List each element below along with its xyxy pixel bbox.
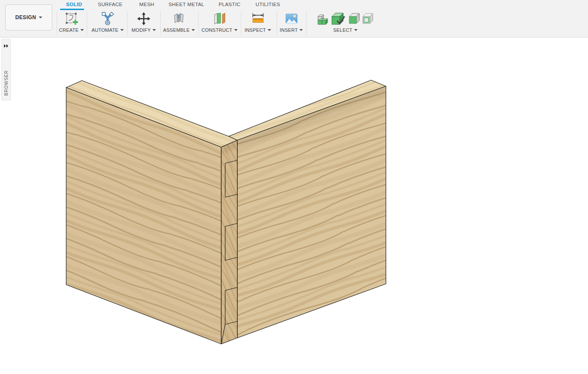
caret-down-icon (300, 29, 303, 31)
insert-dropdown[interactable]: INSERT (280, 27, 303, 33)
select-dropdown[interactable]: SELECT (333, 27, 358, 33)
tab-mesh[interactable]: MESH (139, 2, 154, 7)
caret-down-icon (191, 29, 195, 31)
select-body-icon[interactable] (362, 12, 375, 26)
wood-board-right[interactable] (229, 80, 386, 338)
construct-dropdown[interactable]: CONSTRUCT (202, 27, 238, 33)
divider (160, 11, 161, 35)
select-volume-icon[interactable] (316, 12, 330, 26)
divider (57, 11, 57, 35)
divider (306, 11, 307, 35)
viewport-canvas[interactable] (0, 37, 588, 374)
design-menu-button[interactable]: DESIGN (5, 4, 52, 30)
automate-dropdown[interactable]: AUTOMATE (91, 27, 124, 33)
select-face-icon[interactable] (348, 12, 362, 26)
construction-planes-icon (212, 11, 227, 26)
browser-label: BROWSER (2, 70, 10, 96)
toolbar-group-insert[interactable]: INSERT (280, 10, 303, 33)
sketch-create-icon (64, 11, 79, 26)
modify-dropdown[interactable]: MODIFY (132, 27, 156, 33)
measure-ruler-icon (250, 11, 265, 26)
caret-down-icon (354, 29, 358, 31)
toolbar-group-select[interactable]: SELECT (316, 10, 375, 33)
caret-down-icon (39, 17, 42, 18)
divider (277, 11, 277, 35)
caret-down-icon (120, 29, 124, 31)
tab-sheet-metal[interactable]: SHEET METAL (169, 2, 204, 7)
select-check-icon[interactable] (330, 11, 348, 27)
toolbar-group-create[interactable]: CREATE (59, 10, 84, 33)
automation-branch-icon (100, 11, 115, 26)
divider (87, 11, 87, 35)
toolbar-group-inspect[interactable]: INSPECT (244, 10, 271, 33)
divider (198, 11, 199, 35)
assemble-dropdown[interactable]: ASSEMBLE (163, 27, 195, 33)
tab-utilities[interactable]: UTILITIES (256, 2, 280, 7)
toolbar-group-construct[interactable]: CONSTRUCT (202, 10, 238, 33)
left-board-end-face (221, 140, 237, 344)
browser-expand-button[interactable] (3, 42, 9, 50)
tab-plastic[interactable]: PLASTIC (219, 2, 240, 7)
design-menu-label: DESIGN (15, 14, 36, 20)
divider (127, 11, 128, 35)
toolbar: DESIGN SOLID SURFACE MESH SHEET METAL PL… (0, 0, 588, 37)
insert-image-icon (284, 11, 299, 26)
active-tab-indicator (60, 9, 84, 10)
tab-surface[interactable]: SURFACE (98, 2, 122, 7)
join-parts-icon (172, 11, 186, 26)
wood-board-left[interactable] (66, 81, 237, 344)
tab-solid[interactable]: SOLID (66, 2, 82, 7)
caret-down-icon (152, 29, 156, 31)
divider (241, 11, 241, 35)
create-dropdown[interactable]: CREATE (59, 27, 84, 33)
caret-down-icon (81, 29, 84, 31)
toolbar-group-automate[interactable]: AUTOMATE (91, 10, 124, 33)
browser-panel-collapsed[interactable]: BROWSER (1, 39, 11, 101)
move-arrows-icon (136, 11, 151, 26)
toolbar-group-assemble[interactable]: ASSEMBLE (163, 10, 195, 33)
caret-down-icon (234, 29, 237, 31)
inspect-dropdown[interactable]: INSPECT (244, 27, 271, 33)
toolbar-group-modify[interactable]: MODIFY (132, 10, 156, 33)
double-chevron-right-icon (3, 44, 9, 48)
caret-down-icon (268, 29, 271, 31)
